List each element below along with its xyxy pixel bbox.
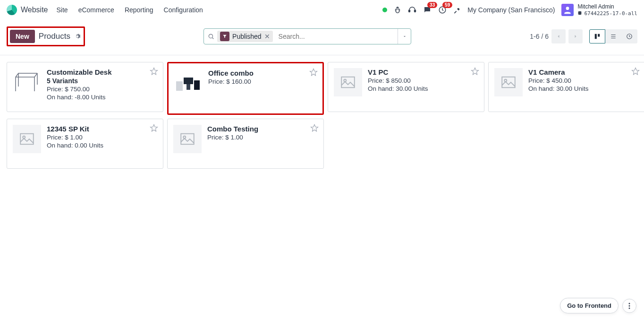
product-card[interactable]: Combo Testing Price: $ 1.00 <box>167 119 324 169</box>
filter-chip-published[interactable]: Published ✕ <box>217 31 273 42</box>
cp-right: 1-6 / 6 <box>530 29 637 43</box>
nav-site[interactable]: Site <box>57 6 68 14</box>
user-name: Mitchell Admin <box>577 3 637 10</box>
product-name: V1 PC <box>368 68 428 76</box>
svg-point-3 <box>566 7 569 10</box>
product-price: Price: $ 160.00 <box>208 78 254 85</box>
search-bar: Published ✕ <box>203 28 411 44</box>
star-icon[interactable] <box>471 67 479 76</box>
star-icon[interactable] <box>150 124 158 132</box>
view-activity[interactable] <box>621 29 637 43</box>
product-onhand: On hand: 30.00 Units <box>528 85 589 92</box>
brand-name: Website <box>21 6 48 14</box>
messages-badge: 33 <box>427 2 437 8</box>
svg-rect-10 <box>184 78 193 84</box>
brand[interactable]: Website <box>7 5 48 15</box>
product-card[interactable]: V1 PC Price: $ 850.00 On hand: 30.00 Uni… <box>328 62 484 112</box>
nav-menu: Site eCommerce Reporting Configuration <box>57 6 203 14</box>
view-switcher <box>589 29 637 43</box>
presence-dot-icon <box>382 8 387 12</box>
top-navbar: Website Site eCommerce Reporting Configu… <box>0 0 644 20</box>
product-thumb <box>13 68 41 96</box>
pager-next[interactable] <box>568 29 583 43</box>
nav-reporting[interactable]: Reporting <box>125 6 153 14</box>
view-list[interactable] <box>605 29 621 43</box>
avatar-icon <box>561 4 574 16</box>
company-switcher[interactable]: My Company (San Francisco) <box>467 6 555 14</box>
control-panel: New Products Published ✕ 1-6 / 6 <box>0 20 644 55</box>
activities-icon[interactable]: 59 <box>438 6 447 14</box>
pager-prev[interactable] <box>551 29 566 43</box>
new-button[interactable]: New <box>10 30 35 43</box>
close-icon[interactable]: ✕ <box>264 33 270 40</box>
svg-rect-12 <box>194 80 200 90</box>
product-card[interactable]: Customizable Desk 5 Variants Price: $ 75… <box>7 62 163 112</box>
nav-configuration[interactable]: Configuration <box>164 6 203 14</box>
product-thumb <box>13 125 41 153</box>
activities-badge: 59 <box>442 2 452 8</box>
filter-chip-label: Published <box>232 33 262 40</box>
product-price: Price: $ 1.00 <box>207 134 258 141</box>
svg-rect-17 <box>20 134 34 145</box>
product-onhand: On hand: 0.00 Units <box>47 142 103 149</box>
star-icon[interactable] <box>309 68 318 77</box>
nav-ecommerce[interactable]: eCommerce <box>78 6 114 14</box>
product-thumb <box>173 125 202 153</box>
kanban-view: Customizable Desk 5 Variants Price: $ 75… <box>0 55 644 175</box>
user-meta: Mitchell Admin 67442225-17-0-all <box>577 3 637 17</box>
product-onhand: On hand: -8.00 Units <box>47 94 112 101</box>
svg-point-5 <box>209 34 212 38</box>
product-variants: 5 Variants <box>47 77 112 85</box>
search-input[interactable] <box>277 29 398 44</box>
pager: 1-6 / 6 <box>530 29 583 43</box>
product-thumb <box>174 69 203 97</box>
star-icon[interactable] <box>631 67 640 76</box>
svg-rect-1 <box>415 10 416 12</box>
svg-rect-9 <box>176 81 183 91</box>
product-price: Price: $ 450.00 <box>528 77 589 84</box>
product-name: V1 Camera <box>528 68 589 76</box>
product-card[interactable]: 12345 SP Kit Price: $ 1.00 On hand: 0.00… <box>7 119 163 169</box>
brand-logo-icon <box>7 5 17 15</box>
product-name: Combo Testing <box>207 125 258 133</box>
svg-rect-13 <box>341 77 355 88</box>
messages-icon[interactable]: 33 <box>423 6 432 14</box>
search-icon <box>208 33 214 40</box>
svg-rect-19 <box>181 134 194 145</box>
star-icon[interactable] <box>310 124 319 132</box>
product-onhand: On hand: 30.00 Units <box>368 85 428 92</box>
product-name: Customizable Desk <box>47 68 112 76</box>
svg-rect-11 <box>186 84 190 90</box>
support-icon[interactable] <box>408 6 416 14</box>
view-kanban[interactable] <box>589 29 605 43</box>
product-card[interactable]: V1 Camera Price: $ 450.00 On hand: 30.00… <box>488 62 644 112</box>
systray: 33 59 My Company (San Francisco) Mitchel… <box>382 3 637 17</box>
svg-rect-6 <box>595 34 597 39</box>
svg-rect-7 <box>598 34 600 37</box>
svg-rect-15 <box>502 77 515 88</box>
product-card[interactable]: Office combo Price: $ 160.00 <box>167 62 324 115</box>
breadcrumbs-highlight: New Products <box>7 26 85 46</box>
product-name: Office combo <box>208 69 254 77</box>
gear-icon[interactable] <box>74 33 81 40</box>
debug-icon[interactable] <box>394 6 401 14</box>
tools-icon[interactable] <box>453 6 461 14</box>
user-menu[interactable]: Mitchell Admin 67442225-17-0-all <box>561 3 637 17</box>
product-price: Price: $ 1.00 <box>47 134 103 141</box>
chevron-down-icon[interactable] <box>398 29 411 44</box>
star-icon[interactable] <box>150 67 158 76</box>
product-price: Price: $ 750.00 <box>47 86 112 93</box>
filter-icon <box>220 32 229 41</box>
product-thumb <box>334 68 362 96</box>
product-price: Price: $ 850.00 <box>368 77 428 84</box>
user-db: 67442225-17-0-all <box>577 10 637 17</box>
pager-text: 1-6 / 6 <box>530 33 549 40</box>
product-name: 12345 SP Kit <box>47 125 103 133</box>
page-title: Products <box>39 32 70 41</box>
database-icon <box>577 11 582 16</box>
svg-rect-0 <box>409 10 410 12</box>
product-thumb <box>494 68 523 96</box>
